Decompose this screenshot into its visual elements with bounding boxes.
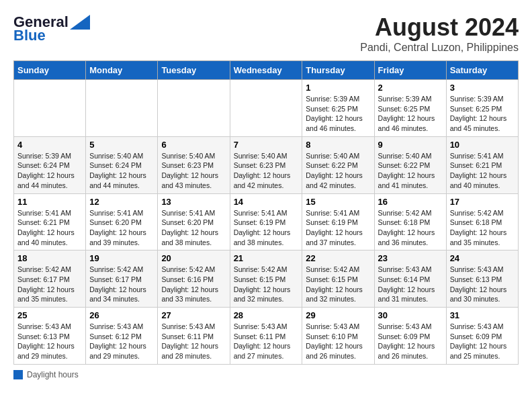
- day-header-monday: Monday: [86, 61, 158, 80]
- day-number: 13: [161, 197, 226, 207]
- calendar-cell: 25Sunrise: 5:43 AM Sunset: 6:13 PM Dayli…: [14, 308, 86, 365]
- day-number: 27: [161, 310, 226, 320]
- calendar-cell: 19Sunrise: 5:42 AM Sunset: 6:17 PM Dayli…: [86, 250, 158, 308]
- day-info: Sunrise: 5:41 AM Sunset: 6:20 PM Dayligh…: [161, 208, 226, 248]
- day-info: Sunrise: 5:42 AM Sunset: 6:15 PM Dayligh…: [306, 265, 370, 304]
- day-info: Sunrise: 5:41 AM Sunset: 6:19 PM Dayligh…: [234, 208, 299, 248]
- day-header-friday: Friday: [374, 61, 446, 80]
- day-number: 19: [89, 253, 154, 263]
- calendar-cell: [158, 80, 230, 137]
- calendar-week-row: 1Sunrise: 5:39 AM Sunset: 6:25 PM Daylig…: [14, 80, 519, 137]
- day-number: 25: [17, 310, 82, 320]
- day-number: 15: [306, 197, 370, 207]
- legend-box: [13, 370, 23, 379]
- calendar-cell: 27Sunrise: 5:43 AM Sunset: 6:11 PM Dayli…: [158, 308, 230, 365]
- day-number: 6: [161, 140, 226, 150]
- day-number: 14: [234, 197, 299, 207]
- day-info: Sunrise: 5:43 AM Sunset: 6:10 PM Dayligh…: [306, 322, 370, 361]
- calendar-table: SundayMondayTuesdayWednesdayThursdayFrid…: [13, 60, 519, 365]
- day-number: 9: [378, 140, 443, 150]
- day-info: Sunrise: 5:41 AM Sunset: 6:21 PM Dayligh…: [450, 151, 515, 191]
- day-number: 8: [306, 140, 370, 150]
- day-info: Sunrise: 5:40 AM Sunset: 6:23 PM Dayligh…: [161, 151, 226, 191]
- day-number: 24: [450, 253, 515, 263]
- day-info: Sunrise: 5:41 AM Sunset: 6:21 PM Dayligh…: [17, 208, 82, 248]
- calendar-cell: 10Sunrise: 5:41 AM Sunset: 6:21 PM Dayli…: [446, 136, 518, 193]
- day-info: Sunrise: 5:43 AM Sunset: 6:13 PM Dayligh…: [450, 265, 515, 304]
- calendar-cell: 13Sunrise: 5:41 AM Sunset: 6:20 PM Dayli…: [158, 193, 230, 250]
- calendar-cell: 24Sunrise: 5:43 AM Sunset: 6:13 PM Dayli…: [446, 250, 518, 308]
- calendar-week-row: 4Sunrise: 5:39 AM Sunset: 6:24 PM Daylig…: [14, 136, 519, 193]
- calendar-cell: 4Sunrise: 5:39 AM Sunset: 6:24 PM Daylig…: [14, 136, 86, 193]
- day-info: Sunrise: 5:42 AM Sunset: 6:17 PM Dayligh…: [89, 265, 154, 304]
- day-header-sunday: Sunday: [14, 61, 86, 80]
- calendar-cell: [230, 80, 302, 137]
- calendar-cell: 16Sunrise: 5:42 AM Sunset: 6:18 PM Dayli…: [374, 193, 446, 250]
- calendar-week-row: 25Sunrise: 5:43 AM Sunset: 6:13 PM Dayli…: [14, 308, 519, 365]
- title-block: August 2024 Pandi, Central Luzon, Philip…: [360, 13, 519, 54]
- calendar-cell: 11Sunrise: 5:41 AM Sunset: 6:21 PM Dayli…: [14, 193, 86, 250]
- calendar-cell: [86, 80, 158, 137]
- legend-text: Daylight hours: [27, 370, 79, 379]
- day-info: Sunrise: 5:43 AM Sunset: 6:13 PM Dayligh…: [17, 322, 82, 361]
- day-number: 20: [161, 253, 226, 263]
- day-number: 30: [378, 310, 443, 320]
- calendar-cell: 20Sunrise: 5:42 AM Sunset: 6:16 PM Dayli…: [158, 250, 230, 308]
- day-info: Sunrise: 5:40 AM Sunset: 6:24 PM Dayligh…: [89, 151, 154, 191]
- calendar-cell: 8Sunrise: 5:40 AM Sunset: 6:22 PM Daylig…: [302, 136, 374, 193]
- logo-blue: Blue: [13, 27, 46, 44]
- calendar-week-row: 11Sunrise: 5:41 AM Sunset: 6:21 PM Dayli…: [14, 193, 519, 250]
- calendar-cell: 14Sunrise: 5:41 AM Sunset: 6:19 PM Dayli…: [230, 193, 302, 250]
- day-number: 17: [450, 197, 515, 207]
- day-number: 5: [89, 140, 154, 150]
- day-info: Sunrise: 5:42 AM Sunset: 6:17 PM Dayligh…: [17, 265, 82, 304]
- day-number: 22: [306, 253, 370, 263]
- calendar-header-row: SundayMondayTuesdayWednesdayThursdayFrid…: [14, 61, 519, 80]
- day-info: Sunrise: 5:43 AM Sunset: 6:11 PM Dayligh…: [161, 322, 226, 361]
- calendar-cell: 17Sunrise: 5:42 AM Sunset: 6:18 PM Dayli…: [446, 193, 518, 250]
- day-header-wednesday: Wednesday: [230, 61, 302, 80]
- calendar-cell: 5Sunrise: 5:40 AM Sunset: 6:24 PM Daylig…: [86, 136, 158, 193]
- day-number: 31: [450, 310, 515, 320]
- day-number: 12: [89, 197, 154, 207]
- calendar-cell: 30Sunrise: 5:43 AM Sunset: 6:09 PM Dayli…: [374, 308, 446, 365]
- calendar-cell: 12Sunrise: 5:41 AM Sunset: 6:20 PM Dayli…: [86, 193, 158, 250]
- day-number: 21: [234, 253, 299, 263]
- day-info: Sunrise: 5:40 AM Sunset: 6:23 PM Dayligh…: [234, 151, 299, 191]
- calendar-cell: 7Sunrise: 5:40 AM Sunset: 6:23 PM Daylig…: [230, 136, 302, 193]
- calendar-cell: 23Sunrise: 5:43 AM Sunset: 6:14 PM Dayli…: [374, 250, 446, 308]
- day-number: 10: [450, 140, 515, 150]
- calendar-cell: 6Sunrise: 5:40 AM Sunset: 6:23 PM Daylig…: [158, 136, 230, 193]
- day-number: 18: [17, 253, 82, 263]
- day-number: 7: [234, 140, 299, 150]
- day-number: 26: [89, 310, 154, 320]
- day-number: 11: [17, 197, 82, 207]
- calendar-cell: 1Sunrise: 5:39 AM Sunset: 6:25 PM Daylig…: [302, 80, 374, 137]
- day-header-tuesday: Tuesday: [158, 61, 230, 80]
- day-info: Sunrise: 5:43 AM Sunset: 6:11 PM Dayligh…: [234, 322, 299, 361]
- day-info: Sunrise: 5:43 AM Sunset: 6:14 PM Dayligh…: [378, 265, 443, 304]
- calendar-cell: 21Sunrise: 5:42 AM Sunset: 6:15 PM Dayli…: [230, 250, 302, 308]
- day-header-thursday: Thursday: [302, 61, 374, 80]
- day-number: 1: [306, 83, 370, 93]
- day-info: Sunrise: 5:42 AM Sunset: 6:15 PM Dayligh…: [234, 265, 299, 304]
- svg-marker-0: [70, 15, 90, 30]
- legend: Daylight hours: [13, 370, 519, 379]
- calendar-cell: 29Sunrise: 5:43 AM Sunset: 6:10 PM Dayli…: [302, 308, 374, 365]
- day-info: Sunrise: 5:41 AM Sunset: 6:19 PM Dayligh…: [306, 208, 370, 248]
- calendar-cell: 3Sunrise: 5:39 AM Sunset: 6:25 PM Daylig…: [446, 80, 518, 137]
- day-info: Sunrise: 5:41 AM Sunset: 6:20 PM Dayligh…: [89, 208, 154, 248]
- day-number: 2: [378, 83, 443, 93]
- calendar-cell: 28Sunrise: 5:43 AM Sunset: 6:11 PM Dayli…: [230, 308, 302, 365]
- day-info: Sunrise: 5:39 AM Sunset: 6:25 PM Dayligh…: [306, 94, 370, 134]
- logo-icon: [70, 15, 90, 30]
- calendar-week-row: 18Sunrise: 5:42 AM Sunset: 6:17 PM Dayli…: [14, 250, 519, 308]
- calendar-cell: 9Sunrise: 5:40 AM Sunset: 6:22 PM Daylig…: [374, 136, 446, 193]
- calendar-cell: 15Sunrise: 5:41 AM Sunset: 6:19 PM Dayli…: [302, 193, 374, 250]
- location: Pandi, Central Luzon, Philippines: [360, 42, 519, 54]
- calendar-cell: 26Sunrise: 5:43 AM Sunset: 6:12 PM Dayli…: [86, 308, 158, 365]
- day-info: Sunrise: 5:42 AM Sunset: 6:16 PM Dayligh…: [161, 265, 226, 304]
- day-info: Sunrise: 5:43 AM Sunset: 6:09 PM Dayligh…: [450, 322, 515, 361]
- calendar-cell: 18Sunrise: 5:42 AM Sunset: 6:17 PM Dayli…: [14, 250, 86, 308]
- day-info: Sunrise: 5:39 AM Sunset: 6:24 PM Dayligh…: [17, 151, 82, 191]
